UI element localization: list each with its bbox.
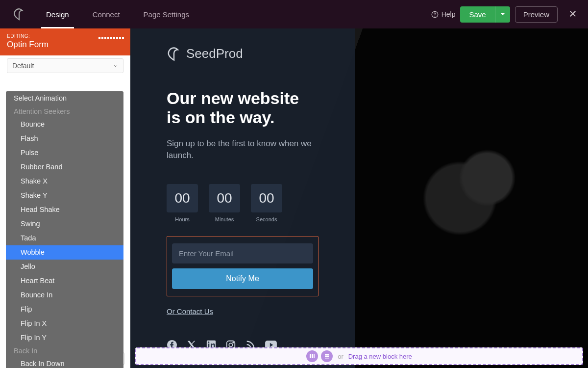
close-icon (568, 9, 577, 18)
chevron-down-icon (113, 63, 118, 68)
preview-button[interactable]: Preview (515, 6, 558, 23)
leaf-icon (167, 47, 181, 61)
add-block-dropzone[interactable]: or Drag a new block here (135, 347, 583, 365)
dropzone-or-text: or (338, 353, 343, 360)
svg-rect-14 (314, 354, 315, 358)
animation-dropdown: Select AnimationAttention SeekersBounceF… (6, 91, 123, 368)
dropdown-item[interactable]: Bounce (6, 117, 123, 131)
dropdown-item[interactable]: Pulse (6, 146, 123, 160)
dropdown-item[interactable]: Swing (6, 217, 123, 231)
hero-subtitle: Sign up to be the first to know when we … (167, 138, 318, 161)
close-button[interactable] (565, 6, 580, 23)
dropdown-item[interactable]: Wobble (6, 245, 123, 260)
dropdown-item[interactable]: Jello (6, 260, 123, 274)
svg-rect-17 (325, 358, 329, 359)
page-logo: SeedProd (167, 46, 318, 61)
tab-connect[interactable]: Connect (81, 0, 132, 28)
countdown-label: Minutes (209, 216, 240, 222)
editing-block-name: Optin Form (7, 40, 123, 50)
hero-panel: SeedProd Our new website is on the way. … (130, 28, 355, 368)
page-logo-text: SeedProd (186, 46, 243, 61)
animation-select-value: Default (12, 62, 34, 70)
optin-form-block[interactable]: Notify Me (167, 236, 318, 296)
svg-point-9 (233, 342, 234, 343)
dropdown-item[interactable]: Head Shake (6, 203, 123, 217)
svg-rect-13 (312, 354, 313, 358)
dropdown-item[interactable]: Shake Y (6, 188, 123, 203)
dropdown-group-label: Back In (6, 345, 123, 357)
column-layout-icon[interactable] (306, 350, 318, 362)
countdown-label: Seconds (251, 216, 282, 222)
svg-point-6 (208, 342, 209, 343)
help-link[interactable]: Help (431, 10, 456, 18)
caret-down-icon (500, 12, 505, 17)
countdown-item: 00Hours (167, 184, 198, 222)
svg-rect-15 (325, 354, 329, 356)
dropdown-group-label: Attention Seekers (6, 105, 123, 117)
countdown-label: Hours (167, 216, 198, 222)
hero-title: Our new website is on the way. (167, 89, 318, 127)
notify-button[interactable]: Notify Me (172, 268, 313, 289)
dropdown-item[interactable]: Shake X (6, 174, 123, 188)
help-label: Help (441, 10, 456, 18)
tab-page-settings[interactable]: Page Settings (132, 0, 201, 28)
contact-link[interactable]: Or Contact Us (167, 307, 213, 315)
dropdown-item[interactable]: Tada (6, 231, 123, 245)
countdown-value: 00 (167, 184, 198, 212)
dropdown-item-select-animation[interactable]: Select Animation (6, 91, 123, 105)
svg-rect-16 (325, 356, 329, 358)
dropdown-item[interactable]: Flash (6, 131, 123, 146)
save-button[interactable]: Save (460, 6, 494, 23)
email-input[interactable] (172, 243, 313, 263)
countdown-value: 00 (209, 184, 240, 212)
top-bar: Design Connect Page Settings Help Save P… (0, 0, 588, 28)
animation-select[interactable]: Default (7, 58, 123, 73)
editing-header: EDITING: Optin Form (0, 28, 130, 55)
countdown-value: 00 (251, 184, 282, 212)
countdown-item: 00Minutes (209, 184, 240, 222)
dropdown-item[interactable]: Bounce In (6, 288, 123, 302)
svg-point-1 (435, 16, 435, 16)
drag-handle-icon[interactable] (98, 36, 124, 39)
row-layout-icon[interactable] (321, 350, 333, 362)
dropdown-item[interactable]: Flip In Y (6, 331, 123, 345)
tab-design[interactable]: Design (34, 0, 81, 28)
page-canvas: SeedProd Our new website is on the way. … (130, 28, 588, 368)
seedprod-leaf-icon (8, 8, 30, 21)
dropdown-item[interactable]: Rubber Band (6, 160, 123, 174)
dropzone-link[interactable]: Drag a new block here (348, 353, 412, 360)
svg-point-8 (229, 343, 232, 346)
dropdown-item[interactable]: Flip (6, 302, 123, 316)
svg-rect-12 (310, 354, 311, 358)
help-icon (431, 11, 439, 18)
save-dropdown-button[interactable] (495, 6, 510, 23)
dropdown-item[interactable]: Back In Down (6, 357, 123, 368)
dropdown-item[interactable]: Heart Beat (6, 274, 123, 288)
dropdown-item[interactable]: Flip In X (6, 316, 123, 331)
editor-sidebar: EDITING: Optin Form Default Select Anima… (0, 28, 130, 368)
countdown-item: 00Seconds (251, 184, 282, 222)
countdown-timer: 00Hours00Minutes00Seconds (167, 184, 318, 222)
